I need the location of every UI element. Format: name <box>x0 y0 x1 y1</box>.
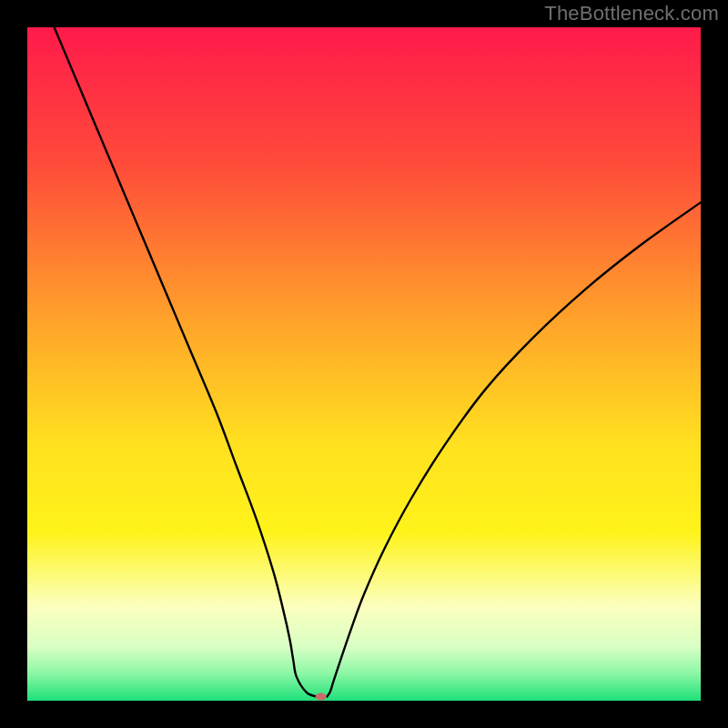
plot-area <box>27 27 701 701</box>
watermark-text: TheBottleneck.com <box>544 2 719 25</box>
bottleneck-curve-chart <box>27 27 701 701</box>
gradient-background <box>27 27 701 701</box>
chart-frame: TheBottleneck.com <box>0 0 728 728</box>
optimal-point-marker <box>316 693 327 701</box>
